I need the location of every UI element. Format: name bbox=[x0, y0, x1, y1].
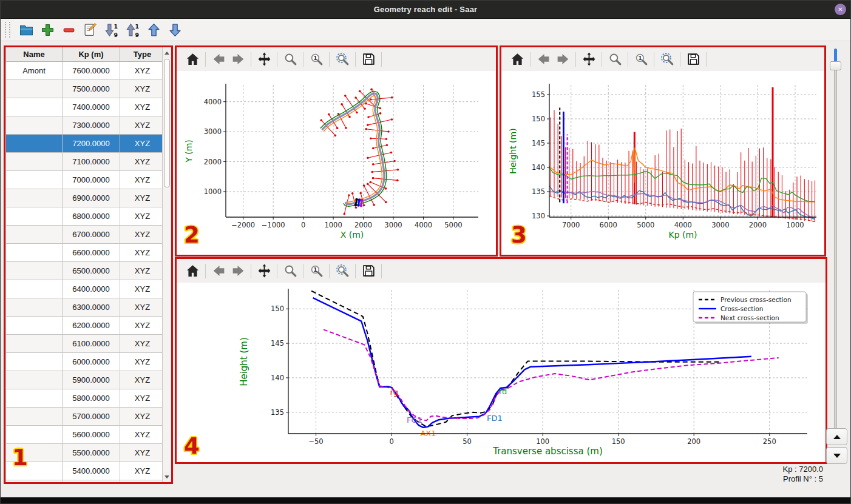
table-cell: 7500.0000 bbox=[63, 80, 120, 98]
svg-text:Height (m): Height (m) bbox=[239, 337, 249, 386]
table-row[interactable]: Amont7600.0000XYZ bbox=[6, 62, 165, 80]
table-row[interactable]: 5600.0000XYZ bbox=[6, 426, 165, 444]
table-row[interactable]: 5800.0000XYZ bbox=[6, 389, 165, 408]
plot-back-button[interactable] bbox=[209, 50, 228, 69]
table-row[interactable]: 5500.0000XYZ bbox=[6, 444, 165, 462]
table-row[interactable]: 6700.0000XYZ bbox=[6, 226, 165, 244]
column-header-kpm[interactable]: Kp (m) bbox=[63, 47, 120, 62]
table-row[interactable]: 6500.0000XYZ bbox=[6, 262, 165, 280]
svg-text:3000: 3000 bbox=[711, 221, 729, 229]
table-row[interactable]: 5700.0000XYZ bbox=[6, 408, 165, 426]
table-row[interactable]: 6400.0000XYZ bbox=[6, 280, 165, 298]
table-cell bbox=[6, 207, 63, 226]
table-row[interactable]: 5400.0000XYZ bbox=[6, 462, 165, 480]
table-row[interactable]: 6100.0000XYZ bbox=[6, 335, 165, 353]
toolbar-drag-handle[interactable] bbox=[5, 22, 10, 38]
table-cell: 6000.0000 bbox=[63, 353, 120, 371]
svg-text:−50: −50 bbox=[308, 437, 323, 446]
move-profile-down-button[interactable] bbox=[165, 20, 185, 39]
plot-back-button[interactable] bbox=[534, 50, 553, 69]
toolbar-separator bbox=[575, 52, 576, 67]
table-row[interactable]: 7400.0000XYZ bbox=[6, 98, 165, 116]
sort-ascending-button[interactable]: 19 bbox=[101, 20, 121, 39]
profile-down-button[interactable] bbox=[826, 447, 847, 464]
svg-text:155: 155 bbox=[532, 90, 545, 99]
panel-number-4: 4 bbox=[184, 433, 200, 459]
cross-section-plot[interactable]: rgFG1AX1FD1rdPrevious cross-sectionCross… bbox=[177, 283, 826, 462]
add-profile-button[interactable] bbox=[38, 20, 57, 39]
plot-zoom-button[interactable] bbox=[280, 262, 300, 280]
table-cell: 6500.0000 bbox=[63, 262, 120, 280]
plot-zoom-fit-button[interactable] bbox=[333, 50, 352, 69]
plot-save-button[interactable] bbox=[683, 50, 703, 69]
open-geometry-button[interactable] bbox=[16, 20, 36, 39]
table-row[interactable]: 7000.0000XYZ bbox=[6, 171, 165, 189]
table-row[interactable]: 7300.0000XYZ bbox=[6, 116, 165, 135]
zoom-one-icon: 1 bbox=[309, 263, 324, 278]
profile-slider-track[interactable] bbox=[834, 49, 837, 443]
profile-up-button[interactable] bbox=[826, 428, 847, 445]
sort-descending-button[interactable]: 19 bbox=[123, 20, 142, 39]
plot-zoom-one-button[interactable]: 1 bbox=[307, 262, 326, 280]
plot-forward-button[interactable] bbox=[228, 262, 248, 280]
minus-icon bbox=[61, 22, 76, 38]
table-row[interactable]: 6800.0000XYZ bbox=[6, 207, 165, 226]
longitudinal-plot[interactable]: 7000600050004000300020001000130135140145… bbox=[501, 71, 824, 255]
plot-forward-button[interactable] bbox=[228, 50, 248, 69]
table-row[interactable]: 7100.0000XYZ bbox=[6, 153, 165, 171]
scroll-up-icon[interactable] bbox=[163, 48, 171, 58]
table-row[interactable]: 6200.0000XYZ bbox=[6, 317, 165, 335]
move-profile-up-button[interactable] bbox=[144, 20, 163, 39]
table-row[interactable]: 7500.0000XYZ bbox=[6, 80, 165, 98]
edit-profile-button[interactable] bbox=[80, 20, 100, 39]
plot-zoom-fit-button[interactable] bbox=[657, 50, 677, 69]
delete-profile-button[interactable] bbox=[59, 20, 78, 39]
profile-slider-handle[interactable] bbox=[830, 61, 841, 70]
plot-pan-button[interactable] bbox=[254, 262, 274, 280]
table-scrollbar[interactable] bbox=[162, 47, 171, 482]
plot-save-button[interactable] bbox=[359, 50, 378, 69]
svg-text:Transverse abscissa (m): Transverse abscissa (m) bbox=[492, 446, 603, 457]
plot-zoom-button[interactable] bbox=[280, 50, 300, 69]
zoom-fit-icon bbox=[335, 52, 350, 67]
table-cell: XYZ bbox=[120, 298, 165, 317]
table-row[interactable]: 6000.0000XYZ bbox=[6, 353, 165, 371]
plot-home-button[interactable] bbox=[507, 50, 527, 69]
plot-save-button[interactable] bbox=[359, 262, 378, 280]
table-cell bbox=[6, 226, 63, 244]
column-header-type[interactable]: Type bbox=[120, 47, 165, 62]
status-readout: Kp : 7200.0 Profil N° : 5 bbox=[783, 465, 824, 484]
plot-pan-button[interactable] bbox=[579, 50, 598, 69]
scrollbar-thumb[interactable] bbox=[164, 59, 170, 187]
table-cell bbox=[6, 135, 63, 153]
plot-forward-button[interactable] bbox=[553, 50, 572, 69]
scroll-down-icon[interactable] bbox=[163, 472, 171, 482]
close-button[interactable]: ✕ bbox=[835, 4, 846, 15]
plot-toolbar: 1 bbox=[177, 47, 496, 71]
plot-pan-button[interactable] bbox=[254, 50, 274, 69]
profiles-table[interactable]: NameKp (m)Type Amont7600.0000XYZ7500.000… bbox=[5, 47, 165, 482]
svg-text:1: 1 bbox=[313, 55, 317, 61]
plot-home-button[interactable] bbox=[183, 50, 202, 69]
table-row[interactable]: 5900.0000XYZ bbox=[6, 371, 165, 389]
pan-icon bbox=[257, 52, 272, 67]
svg-text:−1000: −1000 bbox=[262, 221, 285, 229]
folder-icon bbox=[19, 22, 34, 38]
plot-home-button[interactable] bbox=[183, 262, 202, 280]
plot-zoom-one-button[interactable]: 1 bbox=[631, 50, 651, 69]
table-row[interactable]: 6300.0000XYZ bbox=[6, 298, 165, 317]
table-row[interactable]: 6600.0000XYZ bbox=[6, 244, 165, 262]
plot-zoom-fit-button[interactable] bbox=[333, 262, 352, 280]
column-header-name[interactable]: Name bbox=[6, 47, 63, 62]
plot-zoom-button[interactable] bbox=[605, 50, 625, 69]
table-row[interactable]: 7200.0000XYZ bbox=[6, 135, 165, 153]
plot-back-button[interactable] bbox=[209, 262, 228, 280]
table-row[interactable]: 5300.0000XYZ bbox=[6, 480, 165, 483]
reach-trace-plot[interactable]: −2000−1000010002000300040005000100020003… bbox=[177, 71, 496, 255]
plot-zoom-one-button[interactable]: 1 bbox=[307, 50, 326, 69]
forward-icon bbox=[555, 52, 571, 67]
table-row[interactable]: 6900.0000XYZ bbox=[6, 189, 165, 207]
svg-text:50: 50 bbox=[463, 437, 472, 446]
table-cell bbox=[6, 116, 63, 135]
svg-text:150: 150 bbox=[271, 304, 284, 313]
